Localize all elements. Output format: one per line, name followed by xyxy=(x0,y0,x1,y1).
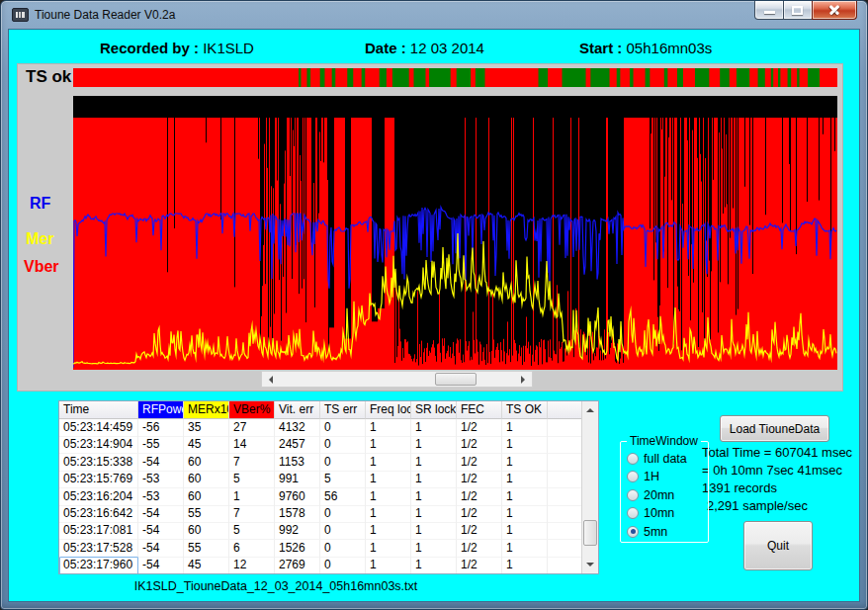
table-row[interactable]: 05:23:17:081-546059920111/21 xyxy=(59,522,581,539)
table-cell[interactable]: 1 xyxy=(502,557,548,573)
table-row[interactable]: 05:23:14:904-55451424570111/21 xyxy=(59,436,581,453)
table-cell[interactable]: 05:23:17:960 xyxy=(59,557,138,573)
table-cell[interactable]: -55 xyxy=(138,436,184,454)
table-cell[interactable]: 1/2 xyxy=(457,419,502,437)
table-cell[interactable]: 05:23:16:642 xyxy=(59,505,138,523)
table-cell[interactable]: 14 xyxy=(229,436,275,454)
table-cell[interactable]: 05:23:17:081 xyxy=(59,522,138,540)
table-cell[interactable]: 1 xyxy=(366,505,411,523)
table-cell[interactable]: 1 xyxy=(411,454,457,472)
table-cell[interactable]: 1 xyxy=(366,436,411,454)
column-header-sr-lock[interactable]: SR lock xyxy=(411,401,457,419)
column-header-fec[interactable]: FEC xyxy=(457,401,502,419)
table-cell[interactable]: 1/2 xyxy=(457,436,502,454)
table-cell[interactable]: 60 xyxy=(184,471,229,488)
table-cell[interactable]: 5 xyxy=(229,471,275,488)
column-header-freq-lock[interactable]: Freq lock xyxy=(366,401,411,419)
table-cell[interactable]: 1 xyxy=(366,471,411,488)
table-cell[interactable]: -53 xyxy=(138,488,184,506)
table-cell[interactable]: 55 xyxy=(184,505,229,523)
table-cell[interactable]: 1 xyxy=(366,419,411,437)
table-cell[interactable]: 991 xyxy=(275,471,320,488)
table-cell[interactable]: -54 xyxy=(138,505,184,523)
table-cell[interactable]: 1 xyxy=(411,505,457,523)
table-cell[interactable]: 0 xyxy=(320,557,366,573)
table-cell[interactable]: 05:23:17:528 xyxy=(59,540,138,558)
table-cell[interactable]: 56 xyxy=(320,488,366,506)
scroll-down-button[interactable] xyxy=(582,557,598,573)
table-cell[interactable]: -56 xyxy=(138,419,184,437)
table-cell[interactable]: 05:23:15:338 xyxy=(59,454,138,472)
table-cell[interactable]: 05:23:14:459 xyxy=(59,419,138,437)
column-header-rfpower[interactable]: RFPower xyxy=(138,401,184,419)
scrollbar-thumb[interactable] xyxy=(583,520,597,546)
table-cell[interactable]: 1 xyxy=(502,454,548,472)
table-cell[interactable]: 1 xyxy=(502,436,548,454)
column-header-merx10[interactable]: MERx10 xyxy=(184,401,229,419)
table-cell[interactable]: 1 xyxy=(502,540,548,558)
table-cell[interactable]: 1 xyxy=(411,436,457,454)
table-row[interactable]: 05:23:15:338-5460711530111/21 xyxy=(59,454,581,471)
load-tiounedata-button[interactable]: Load TiouneData xyxy=(720,415,829,442)
table-row[interactable]: 05:23:15:769-536059915111/21 xyxy=(59,471,581,487)
table-cell[interactable]: 1/2 xyxy=(457,522,502,540)
table-cell[interactable]: 05:23:15:769 xyxy=(59,471,138,488)
table-cell[interactable]: 05:23:16:204 xyxy=(59,488,138,506)
table-cell[interactable]: 1 xyxy=(502,419,548,437)
radio-option-20mn[interactable]: 20mn xyxy=(627,486,708,504)
minimize-button[interactable] xyxy=(754,1,784,20)
titlebar[interactable]: Tioune Data Reader V0.2a xyxy=(1,1,867,29)
table-cell[interactable]: -54 xyxy=(138,454,184,472)
table-cell[interactable]: 1/2 xyxy=(457,454,502,472)
table-row[interactable]: 05:23:17:528-5455615260111/21 xyxy=(59,540,581,557)
maximize-button[interactable] xyxy=(784,1,812,20)
radio-option-10mn[interactable]: 10mn xyxy=(627,505,708,523)
column-header-vit-err[interactable]: Vit. err xyxy=(275,401,320,419)
table-cell[interactable]: 2457 xyxy=(275,436,320,454)
scroll-left-button[interactable] xyxy=(262,372,279,387)
table-cell[interactable]: 4132 xyxy=(275,419,320,437)
table-cell[interactable]: 0 xyxy=(320,522,366,540)
column-header-time[interactable]: Time xyxy=(59,401,138,419)
table-cell[interactable]: 7 xyxy=(229,454,275,472)
table-cell[interactable]: 60 xyxy=(184,454,229,472)
table-cell[interactable]: 1 xyxy=(411,540,457,558)
table-cell[interactable]: 1 xyxy=(366,522,411,540)
table-cell[interactable]: 9760 xyxy=(275,488,320,506)
scrollbar-track[interactable] xyxy=(279,372,515,387)
table-row[interactable]: 05:23:14:459-56352741320111/21 xyxy=(59,419,581,436)
table-cell[interactable]: 6 xyxy=(229,540,275,558)
table-cell[interactable]: 5 xyxy=(320,471,366,488)
table-cell[interactable]: 45 xyxy=(184,436,229,454)
table-cell[interactable]: -54 xyxy=(138,540,184,558)
table-cell[interactable]: 35 xyxy=(184,419,229,437)
table-cell[interactable]: 1 xyxy=(411,471,457,488)
table-cell[interactable]: 27 xyxy=(229,419,275,437)
scroll-right-button[interactable] xyxy=(515,372,532,387)
table-cell[interactable]: -54 xyxy=(138,557,184,573)
table-row[interactable]: 05:23:17:960-54451227690111/21 xyxy=(59,557,581,573)
radio-option-1H[interactable]: 1H xyxy=(627,469,708,486)
table-cell[interactable]: 1 xyxy=(502,471,548,488)
radio-option-5mn[interactable]: 5mn xyxy=(627,523,708,541)
table-cell[interactable]: 1 xyxy=(411,419,457,437)
table-cell[interactable]: 60 xyxy=(184,488,229,506)
table-row[interactable]: 05:23:16:204-53601976056111/21 xyxy=(59,488,581,505)
table-cell[interactable]: 1 xyxy=(411,557,457,573)
table-cell[interactable]: 1 xyxy=(502,522,548,540)
column-header-ts-err[interactable]: TS err xyxy=(320,401,366,419)
table-cell[interactable]: 1/2 xyxy=(457,471,502,488)
table-cell[interactable]: 1 xyxy=(502,488,548,506)
radio-option-full-data[interactable]: full data xyxy=(627,450,708,468)
quit-button[interactable]: Quit xyxy=(743,521,813,570)
scroll-up-button[interactable] xyxy=(582,401,598,418)
table-cell[interactable]: 1 xyxy=(411,488,457,506)
table-cell[interactable]: 12 xyxy=(229,557,275,573)
table-cell[interactable]: 1/2 xyxy=(457,540,502,558)
table-cell[interactable]: 2769 xyxy=(275,557,320,573)
table-cell[interactable]: 7 xyxy=(229,505,275,523)
table-cell[interactable]: 1526 xyxy=(275,540,320,558)
table-cell[interactable]: 1578 xyxy=(275,505,320,523)
column-header-ts-ok[interactable]: TS OK xyxy=(502,401,548,419)
table-cell[interactable]: 0 xyxy=(320,540,366,558)
